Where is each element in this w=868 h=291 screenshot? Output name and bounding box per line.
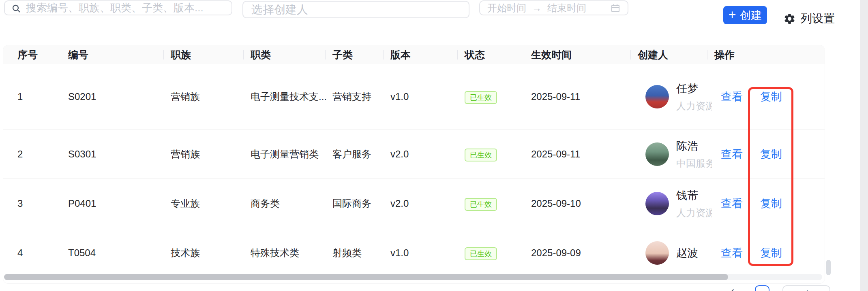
cell-code: S0301	[68, 149, 96, 160]
column-settings-button[interactable]: 列设置	[783, 11, 835, 26]
cell-category: 特殊技术类	[251, 246, 299, 259]
header-divider	[383, 50, 384, 59]
job-catalog-page: 开始时间 → 结束时间 + 创建 列设置 序号编号职族职类子类版本状态生效时间创…	[0, 0, 868, 291]
view-link[interactable]: 查看	[721, 246, 743, 260]
cell-status: 已生效	[465, 247, 497, 259]
header-divider	[457, 50, 458, 59]
calendar-icon	[611, 3, 620, 13]
column-header: 创建人	[638, 48, 668, 62]
view-link[interactable]: 查看	[721, 89, 743, 104]
cell-family: 技术族	[171, 246, 200, 259]
cell-status: 已生效	[465, 198, 497, 209]
column-header: 版本	[390, 48, 411, 62]
cell-effective-date: 2025-09-09	[531, 247, 581, 259]
pagination-separator: /	[805, 288, 808, 291]
creator-org: 人力资源	[676, 206, 712, 219]
header-divider	[325, 50, 326, 59]
creator-avatar	[645, 192, 669, 215]
cell-index: 4	[17, 247, 23, 259]
cell-family: 专业族	[171, 197, 200, 210]
cell-effective-date: 2025-09-11	[531, 149, 580, 160]
status-badge: 已生效	[465, 198, 497, 211]
page-scrollbar[interactable]	[860, 0, 868, 291]
copy-link[interactable]: 复制	[760, 246, 782, 260]
cell-version: v1.0	[390, 91, 409, 102]
cell-index: 2	[17, 149, 23, 160]
pagination-prev-icon[interactable]: ‹	[731, 285, 734, 291]
create-button-label: 创建	[740, 8, 762, 23]
status-badge: 已生效	[465, 247, 497, 260]
cell-version: v2.0	[390, 198, 409, 209]
cell-subcategory: 射频类	[332, 246, 362, 259]
table-header-row: 序号编号职族职类子类版本状态生效时间创建人操作	[3, 45, 825, 64]
cell-index: 1	[17, 91, 23, 102]
table-row: 2S0301营销族电子测量营销类客户服务v2.0已生效2025-09-11陈浩中…	[3, 130, 825, 179]
cell-code: S0201	[68, 91, 96, 102]
cell-category: 商务类	[251, 197, 280, 210]
date-end-placeholder: 结束时间	[547, 2, 586, 15]
cell-status: 已生效	[465, 91, 497, 102]
header-divider	[243, 50, 244, 59]
vertical-scrollbar-thumb[interactable]	[826, 260, 831, 275]
column-header: 职族	[171, 48, 191, 62]
column-header: 生效时间	[531, 48, 572, 62]
creator-select-box	[242, 1, 469, 18]
create-button[interactable]: + 创建	[723, 6, 767, 24]
horizontal-scrollbar-track[interactable]	[4, 274, 822, 280]
cell-category: 电子测量技术支...	[251, 90, 327, 103]
search-box	[4, 0, 232, 15]
header-divider	[524, 50, 524, 59]
creator-org: 人力资源	[676, 99, 712, 112]
cell-subcategory: 客户服务	[332, 148, 371, 161]
cell-effective-date: 2025-09-10	[531, 198, 581, 209]
search-input[interactable]	[5, 1, 231, 15]
column-settings-label: 列设置	[801, 11, 835, 26]
copy-link[interactable]: 复制	[760, 89, 782, 104]
cell-subcategory: 营销支持	[332, 90, 371, 103]
column-header: 职类	[251, 48, 271, 62]
cell-subcategory: 国际商务	[332, 197, 371, 210]
table-row: 4T0504技术族特殊技术类射频类v1.0已生效2025-09-09赵波查看复制	[3, 228, 825, 278]
creator-avatar	[645, 142, 669, 166]
cell-family: 营销族	[171, 148, 200, 161]
view-link[interactable]: 查看	[721, 196, 743, 211]
table-card: 序号编号职族职类子类版本状态生效时间创建人操作 1S0201营销族电子测量技术支…	[3, 45, 825, 283]
creator-block: 任梦人力资源	[676, 81, 712, 112]
horizontal-scrollbar-thumb[interactable]	[4, 274, 728, 280]
column-header: 编号	[68, 48, 88, 62]
copy-link[interactable]: 复制	[760, 196, 782, 211]
header-divider	[61, 50, 61, 59]
column-header: 操作	[714, 48, 735, 62]
creator-avatar	[645, 241, 669, 265]
arrow-right-icon: →	[532, 2, 542, 14]
view-link[interactable]: 查看	[721, 147, 743, 161]
plus-icon: +	[729, 8, 736, 21]
cell-status: 已生效	[465, 149, 497, 160]
header-divider	[163, 50, 164, 59]
date-start-placeholder: 开始时间	[487, 2, 526, 15]
status-badge: 已生效	[465, 91, 497, 104]
table-row: 1S0201营销族电子测量技术支...营销支持v1.0已生效2025-09-11…	[3, 64, 825, 130]
cell-code: T0504	[68, 247, 96, 259]
cell-version: v2.0	[390, 149, 409, 160]
creator-name: 赵波	[676, 246, 712, 260]
column-header: 序号	[17, 48, 38, 62]
date-range-picker[interactable]: 开始时间 → 结束时间	[479, 0, 628, 15]
column-header: 子类	[332, 48, 353, 62]
gear-icon	[783, 13, 796, 25]
pagination-size-select[interactable]: /	[782, 285, 830, 291]
creator-name: 陈浩	[676, 138, 712, 153]
header-divider	[707, 50, 707, 59]
creator-org: 中国服务	[676, 157, 712, 170]
header-divider	[630, 50, 631, 59]
creator-select-input[interactable]	[243, 2, 469, 17]
cell-category: 电子测量营销类	[251, 148, 319, 161]
copy-link[interactable]: 复制	[760, 147, 782, 161]
cell-code: P0401	[68, 198, 96, 209]
cell-family: 营销族	[171, 90, 200, 103]
pagination-current-page[interactable]	[755, 285, 769, 291]
creator-block: 陈浩中国服务	[676, 138, 712, 170]
creator-block: 钱芾人力资源	[676, 188, 712, 219]
status-badge: 已生效	[465, 149, 497, 161]
cell-version: v1.0	[390, 247, 409, 259]
